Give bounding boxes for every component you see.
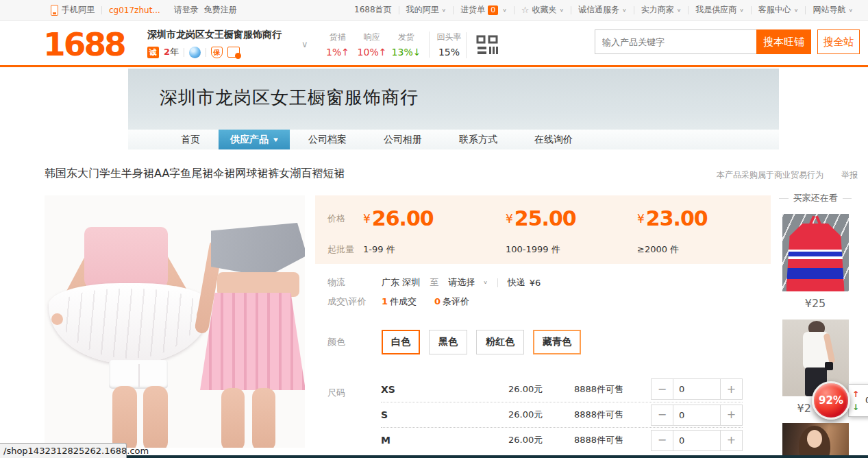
rank-count: 0 <box>865 395 868 405</box>
site-header: 1688 深圳市龙岗区女王橱窗服饰商行 诚 2年 保 ∨ 货描 1%↑ 响应 1… <box>0 21 868 67</box>
search-all-button[interactable]: 搜全站 <box>817 29 860 54</box>
plus-button[interactable]: + <box>720 405 743 426</box>
deal-count-link[interactable]: 1件成交 <box>382 296 417 308</box>
cart-menu[interactable]: 进货单 0 ∨ <box>454 4 514 16</box>
color-chip-white[interactable]: 白色 <box>382 330 420 354</box>
strength-merchant-menu[interactable]: 实力商家 ∨ <box>634 4 689 16</box>
divider <box>206 48 206 57</box>
qr-code-icon <box>476 35 498 56</box>
size-row-xs: XS 26.00元 8888件可售 − + <box>381 376 743 402</box>
stat-label: 响应 <box>356 32 388 43</box>
stat-number: 10% <box>358 47 379 58</box>
minus-button[interactable]: − <box>651 430 673 451</box>
home-link[interactable]: 1688首页 <box>347 4 399 16</box>
tab-company-album[interactable]: 公司相册 <box>365 130 441 149</box>
favorites-menu[interactable]: ☆ 收藏夹 ∨ <box>514 4 571 16</box>
review-count-link[interactable]: 0条评价 <box>434 296 469 308</box>
quantity-stepper: − + <box>651 405 743 426</box>
tab-company-profile[interactable]: 公司档案 <box>290 130 365 149</box>
also-viewed-title: 买家还在看 <box>779 192 852 204</box>
also-viewed-sidebar: 买家还在看 ¥25 ¥2 <box>779 186 852 458</box>
destination-select[interactable]: 请选择 ∨ <box>448 276 488 289</box>
report-link[interactable]: 举报 <box>841 169 858 181</box>
logo-1688[interactable]: 1688 <box>43 25 125 63</box>
size-stock: 8888件可售 <box>574 383 641 396</box>
product-main-image[interactable] <box>45 195 305 448</box>
customer-service-menu[interactable]: 客服中心 ∨ <box>752 4 806 16</box>
tier2-price: ¥25.00 <box>506 206 576 230</box>
search-shop-button[interactable]: 搜本旺铺 <box>756 29 811 54</box>
size-name: XS <box>381 384 508 395</box>
stat-huomiao: 货描 1%↑ <box>321 32 355 58</box>
size-rows: XS 26.00元 8888件可售 − + S 26.00元 8888件可售 −… <box>381 376 743 453</box>
percent-badge[interactable]: 92% <box>812 381 850 420</box>
chevron-down-icon: ∨ <box>739 8 744 13</box>
photo-pink-pleated-skirt <box>200 293 305 390</box>
quantity-input[interactable] <box>673 430 720 451</box>
chevron-down-icon: ∨ <box>794 8 799 13</box>
tab-contact[interactable]: 联系方式 <box>441 130 516 149</box>
cart-label: 进货单 <box>460 4 485 16</box>
sitemap-label: 网站导航 <box>813 4 845 16</box>
sidebar-product-image-model[interactable] <box>782 423 849 458</box>
color-chip-black[interactable]: 黑色 <box>429 330 467 354</box>
supplier-label: 我是供应商 <box>695 4 736 16</box>
login-link[interactable]: 请登录 <box>167 4 201 16</box>
chevron-down-icon: ∨ <box>559 8 564 13</box>
topbar-left: 手机阿里 cg017zhut... 请登录 免费注册 <box>44 4 244 16</box>
chengxintong-menu[interactable]: 诚信通服务 ∨ <box>571 4 634 16</box>
strength-merchant-label: 实力商家 <box>641 4 674 16</box>
tab-products[interactable]: 供应产品 ▼ <box>219 130 290 149</box>
plus-button[interactable]: + <box>720 378 743 400</box>
image-detail <box>825 362 833 370</box>
color-chip-pink[interactable]: 粉红色 <box>476 330 524 354</box>
shop-stats: 货描 1%↑ 响应 10%↑ 发货 13%↓ 回头率 15% <box>321 30 463 59</box>
moq-label: 起批量 <box>327 243 354 256</box>
stat-value: 13%↓ <box>390 47 422 58</box>
username-link[interactable]: cg017zhut... <box>102 5 167 15</box>
minus-button[interactable]: − <box>651 378 673 400</box>
plus-button[interactable]: + <box>720 430 743 451</box>
logistics-to: 至 <box>430 276 438 289</box>
shop-name[interactable]: 深圳市龙岗区女王橱窗服饰商行 <box>147 29 282 41</box>
minus-button[interactable]: − <box>651 405 673 426</box>
chevron-down-icon: ∨ <box>848 8 853 13</box>
size-stock: 8888件可售 <box>574 434 641 446</box>
product-title: 韩国东大门学生半身裙AA字鱼尾裙伞裙网球裙裤女潮百褶短裙 <box>45 167 345 181</box>
sidebar-product-image-red-top[interactable] <box>782 214 849 291</box>
color-row: 颜色 白色 黑色 粉红色 藏青色 <box>315 330 581 354</box>
quantity-input[interactable] <box>673 405 720 426</box>
tab-inquiry[interactable]: 在线询价 <box>516 130 591 149</box>
register-link[interactable]: 免费注册 <box>201 4 244 16</box>
my-ali-menu[interactable]: 我的阿里 ∨ <box>399 4 454 16</box>
down-arrow-icon: ↓ <box>852 401 859 414</box>
review-number: 0 <box>434 296 441 306</box>
quantity-input[interactable] <box>673 378 720 400</box>
image-detail <box>807 430 822 448</box>
rank-arrows: ↑ ↓ <box>852 388 859 414</box>
shop-badges: 诚 2年 保 <box>147 46 282 58</box>
supplier-menu[interactable]: 我是供应商 ∨ <box>689 4 751 16</box>
mobile-ali-link[interactable]: 手机阿里 <box>44 4 101 16</box>
photo-left-girl-leg <box>112 386 137 448</box>
trade-note: 本产品采购属于商业贸易行为 <box>717 169 823 181</box>
down-arrow-icon: ↓ <box>413 47 421 58</box>
logistics-row: 物流 广东 深圳 至 请选择 ∨ 快递 ¥6 <box>315 276 541 289</box>
tier1-price: ¥26.00 <box>363 206 434 230</box>
search-input[interactable] <box>595 29 757 54</box>
tier2-amount: 25.00 <box>514 206 576 230</box>
size-price: 26.00元 <box>508 383 574 396</box>
qr-code-wrap[interactable] <box>466 32 498 58</box>
color-chip-navy[interactable]: 藏青色 <box>533 330 581 354</box>
photo-left-girl-pink-top <box>84 227 168 290</box>
stat-number: 13% <box>392 47 413 58</box>
wangwang-icon[interactable] <box>189 47 201 58</box>
stat-value: 1%↑ <box>322 47 354 58</box>
shop-info: 深圳市龙岗区女王橱窗服饰商行 诚 2年 保 <box>147 29 282 58</box>
customer-service-label: 客服中心 <box>758 4 791 16</box>
chevron-down-icon[interactable]: ∨ <box>301 39 308 49</box>
tab-home[interactable]: 首页 <box>162 130 219 149</box>
sitemap-menu[interactable]: 网站导航 ∨ <box>806 4 860 16</box>
photo-left-girl-hand <box>51 313 63 325</box>
rank-mini-panel: ↑ ↓ 0 <box>848 384 868 417</box>
